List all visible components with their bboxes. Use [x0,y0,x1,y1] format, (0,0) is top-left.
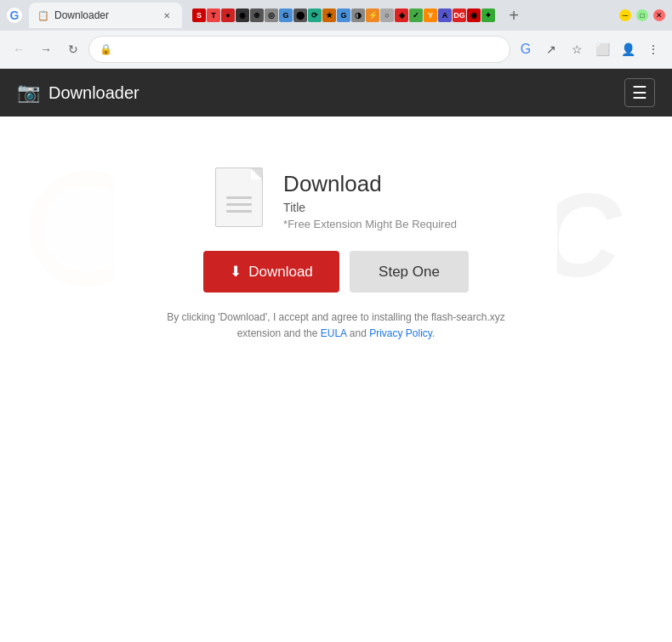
disclaimer-and: and [346,327,369,339]
disclaimer: By clicking 'Download', I accept and agr… [157,310,515,342]
ext-icon-17[interactable]: Y [424,9,437,22]
ext-icon-7[interactable]: G [279,9,293,22]
browser-toolbar: ← → ↻ 🔒 G ↗ ☆ ⬜ 👤 ⋮ [0,31,672,68]
file-line-3 [226,210,252,213]
card-main-title: Download [283,171,457,197]
tab-close-button[interactable]: ✕ [160,9,174,22]
ext-icon-3[interactable]: ● [221,9,235,22]
active-tab[interactable]: 📋 Downloader ✕ [29,3,182,28]
ext-icon-6[interactable]: ◎ [265,9,278,22]
ext-icon-5[interactable]: ⊕ [250,9,264,22]
ext-icon-1[interactable]: S [192,9,206,22]
step-one-button[interactable]: Step One [350,251,469,293]
download-card: Download Title *Free Extension Might Be … [115,168,557,342]
ext-icon-18[interactable]: A [438,9,452,22]
browser-chrome: G 📋 Downloader ✕ S T ● ◉ ⊕ ◎ G ⬤ ⟳ ★ G ◑… [0,0,672,69]
main-content: PC RISK.COM D [0,116,672,376]
card-note: *Free Extension Might Be Required [283,218,457,230]
ext-icon-4[interactable]: ◉ [236,9,249,22]
buttons-row: ⬇ Download Step One [203,251,469,293]
bookmark-icon[interactable]: ☆ [565,37,589,61]
ext-icon-2[interactable]: T [207,9,220,22]
maximize-button[interactable]: □ [636,9,648,21]
window-controls: ─ □ ✕ [619,9,665,21]
ext-icon-10[interactable]: ★ [322,9,336,22]
tab-label: Downloader [54,9,109,21]
download-icon: ⬇ [230,263,242,281]
download-button[interactable]: ⬇ Download [203,251,339,293]
navbar-toggle-button[interactable]: ☰ [624,78,655,107]
profile-icon[interactable]: 👤 [616,37,640,61]
file-line-1 [226,196,252,199]
download-button-label: Download [248,264,313,281]
ext-icon-13[interactable]: ⚡ [366,9,379,22]
ext-icon-16[interactable]: ✓ [409,9,423,22]
page-content: 📷 Downloader ☰ PC RISK.COM [0,69,672,642]
tab-favicon: 📋 [37,10,49,21]
forward-button[interactable]: → [34,37,58,61]
file-icon-container [215,168,266,230]
ext-icon-19[interactable]: DG [453,9,466,22]
ext-icon-20[interactable]: ◉ [467,9,481,22]
new-tab-button[interactable]: + [502,3,526,27]
step-one-label: Step One [379,264,440,280]
back-button[interactable]: ← [7,37,31,61]
file-icon [215,168,263,227]
ext-icon-21[interactable]: ✦ [481,9,495,22]
reload-button[interactable]: ↻ [61,37,85,61]
ext-icon-8[interactable]: ⬤ [293,9,307,22]
extension-icons-tab-bar: S T ● ◉ ⊕ ◎ G ⬤ ⟳ ★ G ◑ ⚡ ○ ◈ ✓ Y A DG ◉… [192,9,495,22]
share-icon[interactable]: ↗ [539,37,563,61]
navbar: 📷 Downloader ☰ [0,69,672,116]
google-account-icon[interactable]: G [514,37,538,61]
card-top: Download Title *Free Extension Might Be … [115,168,557,230]
address-bar-container: 🔒 [88,36,510,63]
file-lines [226,196,252,213]
close-window-button[interactable]: ✕ [653,9,665,21]
ext-icon-12[interactable]: ◑ [351,9,365,22]
lock-icon: 🔒 [100,43,112,55]
extension-puzzle-icon[interactable]: ⬜ [590,37,614,61]
navbar-title: Downloader [48,83,140,103]
ext-icon-11[interactable]: G [337,9,350,22]
camera-icon: 📷 [17,82,40,104]
card-info: Download Title *Free Extension Might Be … [283,168,457,230]
minimize-button[interactable]: ─ [619,9,631,21]
ext-icon-15[interactable]: ◈ [395,9,408,22]
address-bar[interactable] [119,43,499,56]
ext-icon-14[interactable]: ○ [380,9,394,22]
navbar-brand: 📷 Downloader [17,82,140,104]
menu-icon[interactable]: ⋮ [641,37,665,61]
tab-bar: G 📋 Downloader ✕ S T ● ◉ ⊕ ◎ G ⬤ ⟳ ★ G ◑… [0,0,672,31]
card-subtitle: Title [283,201,457,214]
google-favicon: G [7,8,22,23]
privacy-policy-link[interactable]: Privacy Policy [369,327,432,339]
file-line-2 [226,203,252,206]
eula-link[interactable]: EULA [321,327,347,339]
disclaimer-end: . [432,327,435,339]
ext-icon-9[interactable]: ⟳ [308,9,322,22]
toolbar-right: G ↗ ☆ ⬜ 👤 ⋮ [514,37,665,61]
